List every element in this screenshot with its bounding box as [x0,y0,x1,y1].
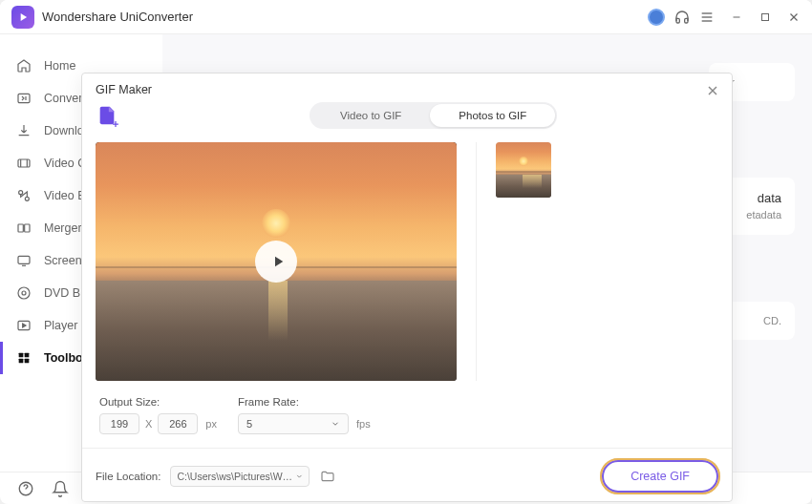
toolbox-icon [15,349,32,367]
svg-rect-17 [19,353,24,358]
dvd-burner-icon [15,284,32,302]
merger-icon [15,220,32,237]
frame-rate-label: Frame Rate: [238,396,371,408]
frame-rate-value: 5 [246,418,252,430]
modal-header: GIF Maker [82,74,732,102]
modal-body [82,138,732,390]
output-width-input[interactable] [99,413,139,434]
output-size-row: X px [99,413,217,434]
app-body: Home Converter Downloader Video Compress… [0,34,812,472]
tab-photos-to-gif[interactable]: Photos to GIF [430,104,555,127]
titlebar-controls [648,9,801,26]
close-icon[interactable] [705,83,720,98]
user-avatar[interactable] [648,9,665,26]
svg-point-10 [25,197,29,200]
bell-icon[interactable] [52,480,69,497]
frame-rate-select[interactable]: 5 [238,413,349,434]
svg-rect-20 [25,359,30,364]
svg-rect-12 [25,224,30,232]
svg-point-9 [19,191,23,195]
screen-recorder-icon [15,252,32,269]
help-icon[interactable] [17,480,34,497]
output-size-group: Output Size: X px [99,396,217,434]
svg-rect-19 [19,359,24,364]
chevron-down-icon [331,419,340,429]
sidebar-item-label: Home [44,59,75,73]
video-compressor-icon [15,155,32,172]
output-size-label: Output Size: [99,396,217,408]
tab-video-to-gif[interactable]: Video to GIF [311,104,430,127]
menu-icon[interactable] [699,10,715,25]
svg-rect-11 [18,224,23,232]
thumbnail[interactable] [496,142,551,198]
player-icon [15,317,32,334]
minimize-button[interactable] [730,10,743,24]
converter-icon [15,90,32,107]
svg-rect-18 [25,353,30,358]
video-editor-icon [15,187,32,204]
app-logo [11,6,34,29]
app-window: Wondershare UniConverter Home [0,0,812,504]
app-title: Wondershare UniConverter [42,10,648,24]
preview-area [96,142,457,381]
file-location-path: C:\Users\ws\Pictures\Wonders [177,471,294,482]
fps-unit: fps [356,418,371,430]
close-button[interactable] [787,10,801,24]
svg-rect-8 [18,159,30,167]
headset-icon[interactable] [674,10,690,25]
file-location-select[interactable]: C:\Users\ws\Pictures\Wonders [170,466,310,487]
svg-point-14 [18,287,30,299]
sidebar-item-label: Player [44,319,77,332]
svg-rect-4 [762,13,769,20]
titlebar: Wondershare UniConverter [0,0,812,34]
svg-point-15 [22,291,26,295]
open-folder-button[interactable] [319,468,336,485]
create-gif-button[interactable]: Create GIF [602,460,718,493]
gif-maker-modal: GIF Maker Video to GIF Photos to GIF [81,73,733,502]
svg-rect-13 [18,256,30,263]
file-location-label: File Location: [96,471,160,482]
modal-toolbar: Video to GIF Photos to GIF [82,102,732,138]
modal-footer: File Location: C:\Users\ws\Pictures\Wond… [82,448,732,504]
frame-rate-row: 5 fps [238,413,371,434]
home-icon [15,57,32,74]
mode-tabs: Video to GIF Photos to GIF [310,102,557,129]
output-height-input[interactable] [158,413,198,434]
frame-rate-group: Frame Rate: 5 fps [238,396,371,434]
modal-title: GIF Maker [96,83,152,96]
sidebar-item-label: Merger [44,221,82,235]
play-button[interactable] [255,241,297,283]
add-file-button[interactable] [96,104,118,127]
thumbnail-list [476,142,718,381]
size-separator: X [145,418,152,430]
size-unit: px [205,418,217,430]
maximize-button[interactable] [759,10,772,24]
chevron-down-icon [295,472,304,481]
output-controls: Output Size: X px Frame Rate: 5 [82,390,732,448]
download-icon [15,122,32,139]
